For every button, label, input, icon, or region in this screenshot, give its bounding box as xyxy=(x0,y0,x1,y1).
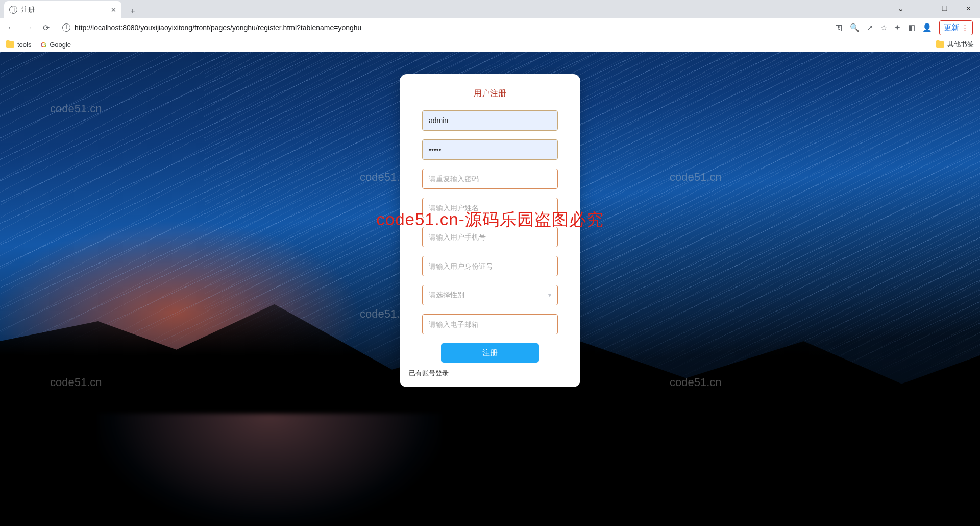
menu-dots-icon: ⋮ xyxy=(961,23,968,32)
password-input[interactable] xyxy=(429,146,551,154)
tab-bar: 注册 ✕ + ⌄ ― ❐ ✕ xyxy=(0,0,980,18)
toolbar-icons: ⚿ 🔍 ↗ ☆ ✦ ◧ 👤 更新 ⋮ xyxy=(832,20,976,35)
realname-input[interactable] xyxy=(429,204,551,212)
bookmark-bar: tools G Google 其他书签 xyxy=(0,37,980,52)
globe-icon xyxy=(9,6,17,14)
email-field[interactable] xyxy=(422,314,558,334)
google-icon: G xyxy=(40,40,46,49)
site-info-icon[interactable]: i xyxy=(62,23,70,32)
username-input[interactable] xyxy=(429,116,551,125)
password-key-icon[interactable]: ⚿ xyxy=(835,23,843,32)
page-viewport: code51.cn code51.cn code51.cn code51.cn … xyxy=(0,52,980,526)
profile-icon[interactable]: 👤 xyxy=(922,23,932,32)
forward-button[interactable]: → xyxy=(21,20,36,35)
idcard-field[interactable] xyxy=(422,256,558,276)
tab-overflow-icon[interactable]: ⌄ xyxy=(891,0,910,16)
confirm-password-field[interactable] xyxy=(422,169,558,189)
reload-button[interactable]: ⟳ xyxy=(39,20,53,35)
browser-tab[interactable]: 注册 ✕ xyxy=(4,1,121,18)
login-link[interactable]: 已有账号登录 xyxy=(409,369,558,378)
url-text: http://localhost:8080/youxijiaoyixitong/… xyxy=(75,23,823,32)
bookmark-google[interactable]: G Google xyxy=(40,40,71,49)
gender-placeholder: 请选择性别 xyxy=(429,291,548,300)
update-button[interactable]: 更新 ⋮ xyxy=(939,20,973,35)
other-bookmarks[interactable]: 其他书签 xyxy=(936,40,974,49)
register-card: 用户注册 请选择性别 ▾ 注册 已有账号登录 xyxy=(400,74,580,387)
confirm-password-input[interactable] xyxy=(429,175,551,183)
address-bar[interactable]: i http://localhost:8080/youxijiaoyixiton… xyxy=(56,20,829,35)
background-reflection xyxy=(98,414,441,526)
tab-title: 注册 xyxy=(21,6,107,14)
phone-field[interactable] xyxy=(422,227,558,247)
idcard-input[interactable] xyxy=(429,262,551,270)
folder-icon xyxy=(6,41,14,48)
chevron-down-icon: ▾ xyxy=(548,292,551,299)
email-input[interactable] xyxy=(429,320,551,328)
card-title: 用户注册 xyxy=(422,88,558,99)
realname-field[interactable] xyxy=(422,198,558,218)
zoom-icon[interactable]: 🔍 xyxy=(850,23,860,32)
browser-chrome: 注册 ✕ + ⌄ ― ❐ ✕ ← → ⟳ i http://localhost:… xyxy=(0,0,980,52)
bookmark-star-icon[interactable]: ☆ xyxy=(880,23,887,32)
register-button[interactable]: 注册 xyxy=(441,343,539,363)
sidepanel-icon[interactable]: ◧ xyxy=(908,23,915,32)
extensions-icon[interactable]: ✦ xyxy=(894,23,901,32)
username-field[interactable] xyxy=(422,110,558,131)
close-tab-icon[interactable]: ✕ xyxy=(111,6,116,14)
folder-icon xyxy=(936,41,944,48)
back-button[interactable]: ← xyxy=(4,20,18,35)
window-controls: ⌄ ― ❐ ✕ xyxy=(891,0,980,16)
new-tab-button[interactable]: + xyxy=(126,4,140,18)
close-window-button[interactable]: ✕ xyxy=(957,0,980,16)
gender-select[interactable]: 请选择性别 ▾ xyxy=(422,285,558,305)
share-icon[interactable]: ↗ xyxy=(867,23,873,32)
address-bar-row: ← → ⟳ i http://localhost:8080/youxijiaoy… xyxy=(0,18,980,37)
phone-input[interactable] xyxy=(429,233,551,241)
minimize-button[interactable]: ― xyxy=(910,0,933,16)
bookmark-tools[interactable]: tools xyxy=(6,41,31,49)
password-field[interactable] xyxy=(422,139,558,160)
maximize-button[interactable]: ❐ xyxy=(933,0,957,16)
